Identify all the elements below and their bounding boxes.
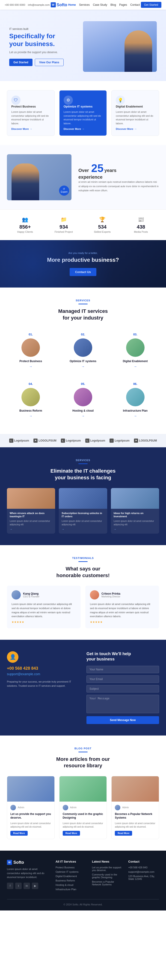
challenge-arrow-2[interactable]: →	[62, 528, 104, 531]
challenge-img-3	[111, 488, 159, 509]
cta-banner-section: Are you ready for a better, More product…	[0, 240, 166, 288]
blog-read-more-2[interactable]: Read More	[63, 831, 80, 836]
challenges-grid: When viruses attack so does teamlogio IT…	[7, 488, 159, 534]
managed-arrow-4[interactable]: →	[29, 414, 32, 418]
hero-section: IT services built Specifically for your …	[0, 10, 166, 81]
facebook-icon[interactable]: f	[7, 883, 13, 889]
experience-badge: ITExpert	[59, 186, 69, 196]
nav-pages[interactable]: Pages	[119, 3, 127, 6]
stat-icon-project: 📁	[46, 216, 82, 223]
footer-col-services: All IT Services Protect Business Optimiz…	[56, 860, 86, 892]
services-grid: 🛡 Protect Business Lorem ipsum dolor sit…	[7, 90, 159, 136]
footer-link-optimize[interactable]: Optimize IT systems	[56, 870, 86, 873]
challenge-desc-1: Lorem ipsum dolor sit amet consectetur a…	[10, 519, 52, 526]
logo-icon-4: L	[85, 439, 89, 443]
testimonial-author-1: Kang Qiang CEO & Founder	[11, 590, 76, 600]
challenge-arrow-3[interactable]: →	[114, 528, 156, 531]
contact-name-input[interactable]	[86, 666, 159, 673]
managed-arrow-6[interactable]: →	[134, 414, 137, 418]
blog-read-more-3[interactable]: Read More	[115, 831, 132, 836]
managed-img-3	[126, 339, 145, 357]
service-card-optimize: ⚙ Optimize IT systems Lorem ipsum dolor …	[59, 90, 107, 136]
challenge-card-3: Ideas for high returns on Investment Lor…	[111, 488, 159, 534]
managed-arrow-2[interactable]: →	[81, 365, 85, 368]
footer-link-hosting[interactable]: Hosting & cloud	[56, 883, 86, 886]
footer-contact-email: support@example.com	[128, 870, 159, 873]
challenge-body-1: When viruses attack so does teamlogio IT…	[7, 509, 55, 534]
testimonials-section: Testimonials What says our honorable cus…	[0, 545, 166, 640]
footer-link-reform[interactable]: Business Reform	[56, 879, 86, 882]
logo-icon-1: L	[9, 439, 13, 443]
service-icon-digital: 💡	[116, 95, 125, 105]
stat-num-experts: 534	[84, 224, 121, 230]
youtube-icon[interactable]: ▶	[32, 883, 38, 889]
challenge-desc-2: Lorem ipsum dolor sit amet consectetur a…	[62, 519, 104, 526]
contact-subject-input[interactable]	[86, 685, 159, 692]
footer-link-protect[interactable]: Protect Business	[56, 866, 86, 869]
managed-arrow-3[interactable]: →	[134, 365, 137, 368]
blog-header: Blog Post More articles from our resourc…	[7, 747, 159, 769]
footer-contact-list: +00 568 428 843 support@example.com 123 …	[128, 866, 159, 880]
challenge-title-2: Subscription licensing unlocks in IT ord…	[62, 512, 104, 518]
cta-banner-background	[0, 240, 166, 288]
contact-form-title: Get in touch We'll help your business	[86, 651, 159, 662]
blog-section: Blog Post More articles from our resourc…	[0, 735, 166, 851]
contact-info: 👤 +00 568 428 843 support@example.com Pr…	[7, 651, 80, 688]
blog-body-1: Admin Let us provide the support you des…	[7, 802, 54, 839]
contact-message-textarea[interactable]	[86, 695, 159, 713]
twitter-icon[interactable]: t	[15, 883, 22, 889]
logo-3: L Logolpsum	[61, 439, 81, 443]
logo-2: ⚑ LOGOLPSUM	[34, 439, 56, 443]
hero-image	[83, 21, 157, 72]
hero-person-figure	[124, 30, 152, 72]
service-link-digital[interactable]: Discover More →	[116, 127, 137, 130]
service-link-protect[interactable]: Discover More →	[11, 127, 32, 130]
footer-news-1[interactable]: Let us provide the support you deserve.	[92, 866, 123, 872]
contact-email-input[interactable]	[86, 675, 159, 683]
contact-description: Preparing for your success, we provide t…	[7, 679, 80, 688]
navbar-logo[interactable]: W Softo	[51, 2, 67, 7]
managed-img-5	[74, 388, 92, 406]
logo-4: L Logolpsum	[85, 439, 105, 443]
footer-link-digital[interactable]: Digital Enablement	[56, 875, 86, 878]
footer-news-2[interactable]: Commonly used in the graphic Designing	[92, 873, 123, 879]
author-name-1: Kang Qiang	[23, 592, 40, 595]
managed-divider	[78, 304, 88, 304]
footer-link-infra[interactable]: Infrastructure Plan	[56, 888, 86, 891]
blog-read-more-1[interactable]: Read More	[10, 831, 28, 836]
linkedin-icon[interactable]: in	[24, 883, 30, 889]
managed-img-2	[74, 339, 92, 357]
nav-blog[interactable]: Blog	[110, 3, 116, 6]
footer-news-3[interactable]: Becomes a Popular Network Systems	[92, 880, 123, 886]
challenge-body-3: Ideas for high returns on Investment Lor…	[111, 509, 159, 534]
nav-contact[interactable]: Contact	[130, 3, 140, 6]
stat-media-posts: 📰 438 Media Posts	[123, 216, 159, 233]
managed-title-1: Protect Business	[10, 360, 51, 363]
blog-img-2	[59, 776, 107, 802]
managed-arrow-5[interactable]: →	[81, 414, 85, 418]
footer-contact-address: 123 Business Ave, City, State 12345	[128, 875, 159, 880]
nav-case-study[interactable]: Case Study	[93, 3, 107, 6]
contact-send-button[interactable]: Send Message Now	[86, 716, 159, 724]
challenge-img-1	[7, 488, 55, 509]
hero-view-plans-button[interactable]: View Our Plans	[35, 59, 64, 66]
logo-6: ⚑ LOGOLPSUM	[134, 439, 157, 443]
nav-home[interactable]: Home	[68, 3, 76, 6]
testimonial-stars-1: ★★★★★	[11, 620, 76, 624]
testimonials-divider	[78, 561, 88, 562]
stat-num-project: 934	[46, 224, 82, 230]
nav-services[interactable]: Services	[79, 3, 90, 6]
navbar-cta-button[interactable]: Get Started	[141, 2, 161, 8]
service-link-optimize[interactable]: Discover More →	[64, 127, 85, 130]
testimonials-title: What says our honorable customers!	[7, 566, 159, 579]
stat-label-clients: Happy Clients	[7, 231, 43, 233]
managed-arrow-1[interactable]: →	[29, 365, 32, 368]
blog-title: More articles from our resource library	[7, 756, 159, 769]
hero-get-started-button[interactable]: Get Started	[9, 59, 32, 66]
nav-phone: +00 000 000 0000	[5, 3, 25, 6]
managed-tag: Services	[7, 299, 159, 302]
footer-col-services-title: All IT Services	[56, 860, 86, 863]
challenge-arrow-1[interactable]: →	[10, 528, 52, 531]
hero-title: Specifically for your business.	[9, 32, 64, 48]
contact-email: support@example.com	[7, 672, 80, 676]
